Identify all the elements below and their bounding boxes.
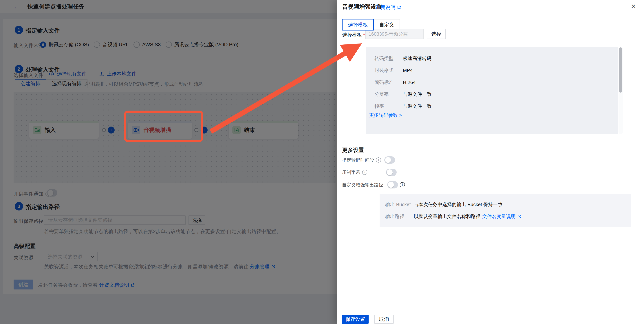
info-value: 极速高清转码 — [403, 55, 432, 62]
template-label: 选择模板* — [342, 32, 365, 38]
template-info-box: 转码类型 极速高清转码 封装格式 MP4 编码标准 H.264 分辨率 与源文件… — [366, 47, 618, 134]
info-row: 分辨率 与源文件一致 — [374, 88, 618, 100]
template-info-scroll-area[interactable]: 转码类型 极速高清转码 封装格式 MP4 编码标准 H.264 分辨率 与源文件… — [366, 47, 624, 134]
info-value: 与源文件一致 — [403, 91, 432, 98]
info-label: 分辨率 — [374, 91, 395, 98]
billing-link[interactable]: 计费说明 — [376, 4, 401, 11]
av-enhance-settings-drawer: 音视频增强设置 计费说明 × 选择模板 自定义 选择模板* 选择 转码类型 极速… — [337, 0, 644, 324]
output-info-box: 输出 Bucket 与本次任务中选择的输出 Bucket 保持一致 输出路径 以… — [380, 194, 631, 227]
info-row: 转码类型 极速高清转码 — [374, 53, 618, 64]
tab-custom[interactable]: 自定义 — [373, 19, 400, 31]
screen: ← 快速创建点播处理任务 1 指定输入文件 输入文件来源 腾讯云存储 (COS)… — [0, 0, 644, 324]
external-link-icon — [517, 214, 522, 219]
info-label: 编码标准 — [374, 79, 395, 86]
info-value: H.264 — [403, 80, 416, 85]
output-path-value: 以默认变量输出文件名称和路径 文件名变量说明 — [414, 213, 522, 220]
cancel-button[interactable]: 取消 — [374, 315, 394, 324]
info-row: 编码标准 H.264 — [374, 76, 618, 88]
info-label: 转码类型 — [374, 55, 395, 62]
transcode-time-toggle[interactable] — [384, 156, 395, 164]
info-icon[interactable]: i — [362, 170, 367, 175]
info-value: MP4 — [403, 68, 412, 73]
output-bucket-row: 输出 Bucket 与本次任务中选择的输出 Bucket 保持一致 — [385, 199, 631, 211]
drawer-tabs: 选择模板 自定义 — [342, 19, 400, 31]
info-row: 封装格式 MP4 — [374, 64, 618, 76]
info-value: 与源文件一致 — [403, 103, 432, 109]
custom-output-path-toggle[interactable] — [387, 181, 398, 189]
info-label: 封装格式 — [374, 67, 395, 74]
more-transcode-params-link[interactable]: 更多转码参数 > — [369, 112, 402, 118]
external-link-icon — [397, 5, 401, 10]
filename-variable-link[interactable]: 文件名变量说明 — [482, 213, 522, 220]
info-icon[interactable]: i — [376, 157, 381, 163]
template-choose-button[interactable]: 选择 — [427, 29, 446, 39]
custom-output-path-row: 自定义增强输出路径 i — [342, 181, 405, 189]
output-path-row: 输出路径 以默认变量输出文件名称和路径 文件名变量说明 — [385, 211, 631, 222]
close-icon[interactable]: × — [631, 2, 636, 10]
burn-subtitle-label: 压制字幕 — [342, 169, 360, 176]
output-bucket-label: 输出 Bucket — [385, 201, 414, 208]
template-input[interactable] — [365, 29, 424, 39]
output-bucket-value: 与本次任务中选择的输出 Bucket 保持一致 — [414, 201, 502, 208]
info-label: 帧率 — [374, 103, 395, 109]
scrollbar-thumb[interactable] — [619, 47, 622, 93]
info-row: 帧率 与源文件一致 — [374, 100, 618, 112]
transcode-time-row: 指定转码时间段 i — [342, 156, 395, 164]
burn-subtitle-row: 压制字幕 i — [342, 169, 397, 176]
required-mark: * — [363, 32, 365, 38]
info-icon[interactable]: i — [400, 182, 405, 187]
drawer-footer-divider — [337, 312, 644, 312]
save-settings-button[interactable]: 保存设置 — [342, 315, 368, 324]
more-settings-title: 更多设置 — [342, 146, 364, 154]
annotation-highlight-box — [124, 111, 203, 142]
burn-subtitle-toggle[interactable] — [386, 169, 397, 176]
drawer-mask[interactable] — [0, 0, 337, 324]
output-path-label: 输出路径 — [385, 213, 414, 220]
transcode-time-label: 指定转码时间段 — [342, 157, 374, 163]
custom-output-path-label: 自定义增强输出路径 — [342, 182, 383, 188]
tab-select-template[interactable]: 选择模板 — [342, 19, 374, 31]
